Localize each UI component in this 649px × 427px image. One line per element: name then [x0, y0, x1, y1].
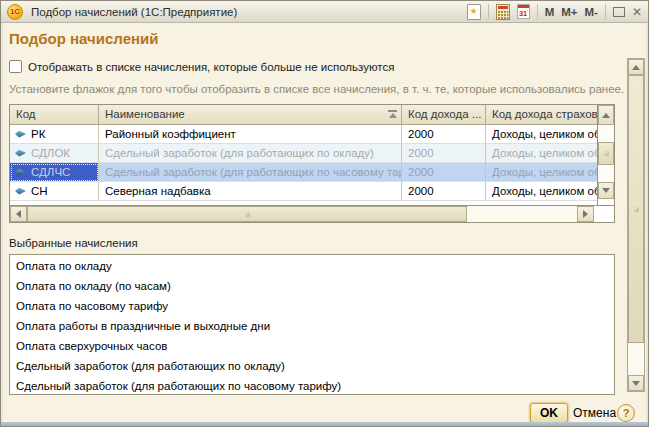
- arrow-left-icon: [16, 210, 21, 218]
- favorites-icon[interactable]: ★: [467, 4, 481, 20]
- selected-accruals-list[interactable]: Оплата по окладу Оплата по окладу (по ча…: [9, 254, 615, 395]
- scrollbar-corner: [594, 206, 614, 222]
- calendar-icon[interactable]: 31: [517, 4, 530, 19]
- show-unused-checkbox-row[interactable]: Отображать в списке начисления, которые …: [9, 60, 394, 73]
- scrollbar-thumb[interactable]: [598, 142, 614, 165]
- page-title: Подбор начислений: [9, 30, 159, 47]
- close-button[interactable]: ✕: [632, 6, 642, 18]
- titlebar-separator: [605, 4, 606, 19]
- show-unused-checkbox[interactable]: [9, 60, 22, 73]
- table-vertical-scrollbar[interactable]: [597, 105, 614, 205]
- memory-add-button[interactable]: M+: [561, 6, 577, 18]
- accrual-record-icon: [15, 188, 26, 195]
- window-podbor-nachisleniy: 1С Подбор начислений (1С:Предприятие) ★ …: [0, 0, 649, 427]
- scrollbar-track[interactable]: [467, 206, 577, 222]
- sort-ascending-icon: [388, 110, 397, 118]
- titlebar-separator: [537, 4, 538, 19]
- table-row[interactable]: СДЛОК Сдельный заработок (для работающих…: [10, 144, 597, 163]
- maximize-button[interactable]: [613, 7, 625, 17]
- arrow-up-icon: [602, 113, 610, 118]
- app-logo-text: 1С: [10, 7, 20, 16]
- list-item[interactable]: Сдельный заработок (для работающих по ок…: [10, 356, 614, 376]
- list-item[interactable]: Оплата сверхурочных часов: [10, 336, 614, 356]
- arrow-up-icon: [632, 65, 640, 70]
- scroll-right-button[interactable]: [577, 206, 594, 222]
- window-title: Подбор начислений (1С:Предприятие): [31, 6, 237, 18]
- scrollbar-thumb[interactable]: [27, 206, 467, 222]
- titlebar-separator: [488, 4, 489, 19]
- scroll-down-button[interactable]: [598, 182, 614, 199]
- list-item[interactable]: Оплата работы в праздничные и выходные д…: [10, 316, 614, 336]
- table-row-selected[interactable]: СДЛЧС Сдельный заработок (для работающих…: [10, 163, 597, 182]
- ok-button[interactable]: OK: [530, 403, 568, 423]
- scrollbar-thumb[interactable]: [628, 75, 644, 343]
- show-unused-checkbox-label[interactable]: Отображать в списке начисления, которые …: [28, 61, 394, 73]
- titlebar: 1С Подбор начислений (1С:Предприятие) ★ …: [1, 1, 648, 23]
- column-header-insurance-code[interactable]: Код дохода страховы: [486, 105, 597, 124]
- arrow-right-icon: [583, 210, 588, 218]
- scroll-up-button[interactable]: [628, 59, 644, 75]
- app-logo-1c-icon[interactable]: 1С: [7, 4, 23, 20]
- list-item[interactable]: Оплата по окладу: [10, 256, 614, 276]
- table-row[interactable]: СН Северная надбавка 2000 Доходы, целико…: [10, 182, 597, 201]
- star-icon: ★: [470, 7, 478, 16]
- column-header-name[interactable]: Наименование: [99, 105, 402, 124]
- filter-hint-text: Установите флажок для того чтобы отобраз…: [9, 83, 624, 95]
- memory-subtract-button[interactable]: M-: [585, 6, 598, 18]
- scrollbar-filler: [598, 199, 614, 205]
- form-vertical-scrollbar[interactable]: [627, 58, 645, 392]
- selected-accruals-label: Выбранные начисления: [9, 237, 138, 249]
- column-header-code[interactable]: Код: [10, 105, 99, 124]
- accrual-record-icon: [15, 131, 26, 138]
- calendar-icon-header: [518, 5, 529, 8]
- accrual-record-icon: [15, 169, 26, 176]
- table-empty-space: [10, 201, 597, 205]
- arrow-down-icon: [632, 381, 640, 386]
- column-header-income-code[interactable]: Код дохода ...: [402, 105, 486, 124]
- accrual-record-icon: [15, 150, 26, 157]
- list-item[interactable]: Оплата по окладу (по часам): [10, 276, 614, 296]
- scrollbar-track[interactable]: [628, 343, 644, 375]
- dialog-body: Подбор начислений Отображать в списке на…: [3, 23, 646, 422]
- cancel-button[interactable]: Отмена: [573, 406, 616, 420]
- table-row[interactable]: РК Районный коэффициент 2000 Доходы, цел…: [10, 125, 597, 144]
- window-bottom-edge: [1, 422, 648, 426]
- calendar-icon-day: 31: [518, 9, 529, 18]
- arrow-down-icon: [602, 188, 610, 193]
- scrollbar-track[interactable]: [598, 125, 614, 182]
- list-item[interactable]: Сдельный заработок (для работающих по ча…: [10, 376, 614, 395]
- scroll-left-button[interactable]: [10, 206, 27, 222]
- calculator-icon[interactable]: [496, 4, 510, 20]
- scroll-up-button[interactable]: [598, 105, 614, 125]
- scroll-down-button[interactable]: [628, 375, 644, 391]
- table-header-row: Код Наименование Код дохода ... Код дохо…: [10, 105, 597, 125]
- accruals-table: Код Наименование Код дохода ... Код дохо…: [9, 104, 615, 223]
- help-button[interactable]: ?: [617, 404, 635, 422]
- memory-recall-button[interactable]: M: [545, 6, 555, 18]
- table-horizontal-scrollbar[interactable]: [9, 206, 615, 223]
- list-item[interactable]: Оплата по часовому тарифу: [10, 296, 614, 316]
